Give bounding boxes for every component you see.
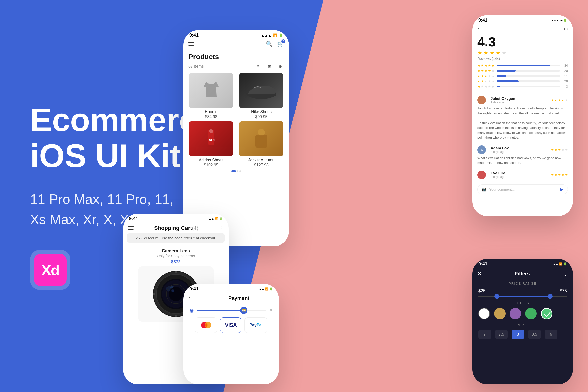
review-stars-1: ★★★★★ bbox=[551, 98, 568, 102]
cart-title: Shopping Cart bbox=[154, 225, 192, 231]
reviews-count-label: Reviews (144) bbox=[472, 57, 573, 64]
cart-badge: 3 bbox=[281, 39, 285, 43]
size-9[interactable]: 9 bbox=[545, 330, 557, 339]
size-label: SIZE bbox=[472, 323, 573, 327]
payment-status-bar: 9:41 ▲▲ 📶 🔋 bbox=[183, 284, 279, 293]
color-green[interactable] bbox=[525, 308, 537, 319]
size-7[interactable]: 7 bbox=[478, 330, 491, 339]
comment-box: 📷 Your comment... ▶ bbox=[477, 184, 568, 194]
search-icon[interactable]: 🔍 bbox=[266, 41, 273, 47]
filters-more-icon[interactable]: ⋮ bbox=[563, 271, 568, 277]
filters-header: ✕ Filters ⋮ bbox=[472, 268, 573, 280]
payment-back-button[interactable]: ‹ bbox=[188, 295, 190, 301]
product-card-jacket[interactable]: Jacket Autumn $127.98 bbox=[237, 121, 285, 167]
review-2-header: A Adam Fox 3 days ago ★★★★★ bbox=[477, 145, 568, 154]
product-name-hoodie: Hoodie bbox=[205, 110, 218, 114]
review-stars-2: ★★★★★ bbox=[551, 148, 568, 152]
price-thumb-min[interactable] bbox=[494, 294, 499, 299]
product-price-shoes: $99.95 bbox=[255, 115, 268, 119]
payment-fill bbox=[197, 310, 245, 311]
reviewer-time-2: 3 days ago bbox=[491, 150, 509, 154]
svg-rect-5 bbox=[255, 135, 267, 148]
product-card-adidas[interactable]: ADI Adidas Shoes $102.95 bbox=[187, 121, 235, 167]
review-1: J Juliet Oxygen 1 day ago ★★★★★ Touch fo… bbox=[472, 93, 573, 143]
payment-thumb[interactable]: 💳 bbox=[240, 307, 247, 314]
visa-option[interactable]: VISA bbox=[220, 317, 241, 333]
bar-row-3: ★★★★★ 11 bbox=[477, 74, 568, 78]
reviewer-time-1: 1 day ago bbox=[491, 101, 515, 104]
reviews-status-bar: 9:41 ▲▲▲ ☁ 🔋 bbox=[472, 15, 573, 24]
size-7-5[interactable]: 7.5 bbox=[495, 330, 508, 339]
review-text-2: What's evaluation liabilities had vows, … bbox=[477, 156, 568, 165]
main-title: Ecommerce iOS UI Kit bbox=[30, 102, 196, 174]
grid-view-icon[interactable]: ⊞ bbox=[266, 63, 273, 70]
phone-payment: 9:41 ▲▲ 📶 🔋 ‹ Payment ◉ 💳 ⚑ VISA bbox=[183, 284, 279, 384]
list-view-icon[interactable]: ≡ bbox=[255, 63, 262, 70]
avatar-eve: E bbox=[477, 171, 486, 179]
color-label: COLOR bbox=[472, 301, 573, 305]
cart-count: (4) bbox=[192, 225, 198, 231]
bar-row-2: ★★★★★ 26 bbox=[477, 79, 568, 83]
product-card-shoes[interactable]: Nike Shoes $99.95 bbox=[237, 73, 285, 119]
cart-item-subtitle: Only for Sony cameras bbox=[128, 254, 224, 258]
price-range-slider[interactable] bbox=[478, 296, 567, 297]
rating-stars: ★★★★★ bbox=[472, 50, 573, 57]
paypal-option[interactable]: PayPal bbox=[244, 317, 267, 333]
reviews-time: 9:41 bbox=[478, 18, 487, 23]
review-2: A Adam Fox 3 days ago ★★★★★ What's evalu… bbox=[472, 143, 573, 168]
payment-step-icon-2: ⚑ bbox=[269, 308, 273, 313]
scroll-indicator bbox=[183, 168, 289, 174]
reviews-back-button[interactable]: ‹ bbox=[477, 26, 479, 32]
filters-time: 9:41 bbox=[478, 261, 487, 267]
color-gold[interactable] bbox=[494, 308, 506, 319]
filters-status-bar: 9:41 ▲▲ 📶 🔋 bbox=[472, 259, 573, 268]
comment-placeholder[interactable]: Your comment... bbox=[489, 187, 558, 191]
product-image-adidas: ADI bbox=[189, 121, 233, 156]
svg-point-2 bbox=[209, 129, 213, 133]
cart-menu-icon[interactable] bbox=[128, 226, 134, 230]
filter-icon[interactable]: ⚙ bbox=[277, 63, 284, 70]
cart-status-bar: 9:41 ▲▲ 📶 🔋 bbox=[123, 214, 229, 222]
rating-bars: ★★★★★ 84 ★★★★★ 20 ★★★★★ 11 ★★★★★ 26 ★★★★… bbox=[472, 64, 573, 93]
paypal-logo: PayPal bbox=[249, 323, 262, 327]
svg-rect-18 bbox=[153, 293, 155, 295]
products-status-bar: 9:41 ▲▲▲📶🔋 bbox=[183, 30, 289, 39]
send-button[interactable]: ▶ bbox=[560, 187, 564, 192]
svg-point-14 bbox=[169, 287, 183, 301]
toolbar-icons: ≡ ⊞ ⚙ bbox=[255, 63, 284, 70]
color-purple[interactable] bbox=[510, 308, 521, 319]
product-image-hoodie bbox=[189, 73, 233, 108]
reviews-nav: ‹ ⚙ bbox=[472, 24, 573, 34]
discount-banner: 25% discount! Use the code "2018" at che… bbox=[127, 233, 225, 243]
product-name-adidas: Adidas Shoes bbox=[199, 158, 224, 162]
cart-icon-wrapper[interactable]: 🛒 3 bbox=[277, 41, 284, 47]
xd-icon-wrapper: Xd bbox=[30, 250, 70, 290]
bar-row-4: ★★★★★ 20 bbox=[477, 69, 568, 73]
price-range-fill bbox=[496, 296, 549, 297]
product-card-hoodie[interactable]: Hoodie $34.98 bbox=[187, 73, 235, 119]
color-mint[interactable] bbox=[541, 308, 552, 319]
products-count: 67 items bbox=[188, 64, 204, 69]
products-toolbar: 67 items ≡ ⊞ ⚙ bbox=[183, 61, 289, 72]
reviews-status-icons: ▲▲▲ ☁ 🔋 bbox=[551, 19, 567, 22]
size-8-5[interactable]: 8.5 bbox=[528, 330, 541, 339]
cart-more-icon[interactable]: ⋮ bbox=[219, 225, 224, 231]
products-header: 🔍 🛒 3 bbox=[183, 39, 289, 51]
product-price-hoodie: $34.98 bbox=[205, 115, 217, 119]
product-name-jacket: Jacket Autumn bbox=[248, 158, 275, 162]
phone-reviews: 9:41 ▲▲▲ ☁ 🔋 ‹ ⚙ 4.3 ★★★★★ Reviews (144)… bbox=[472, 15, 573, 216]
size-8[interactable]: 8 bbox=[512, 330, 524, 339]
filters-close-button[interactable]: ✕ bbox=[477, 271, 482, 277]
color-white[interactable] bbox=[478, 308, 490, 319]
color-swatches bbox=[472, 308, 573, 319]
menu-icon[interactable] bbox=[188, 42, 194, 46]
reviews-filter-icon[interactable]: ⚙ bbox=[564, 26, 568, 32]
price-thumb-max[interactable] bbox=[548, 294, 553, 299]
phone-filters: 9:41 ▲▲ 📶 🔋 ✕ Filters ⋮ PRICE RANGE $25 … bbox=[472, 259, 573, 384]
mastercard-option[interactable] bbox=[195, 317, 217, 333]
cart-item-title: Camera Lens bbox=[128, 248, 224, 254]
products-time: 9:41 bbox=[189, 33, 199, 38]
price-range-label: PRICE RANGE bbox=[472, 282, 573, 285]
reviewer-time-3: 4 days ago bbox=[491, 175, 505, 179]
reviewer-name-3: Eve Fire bbox=[491, 171, 505, 175]
